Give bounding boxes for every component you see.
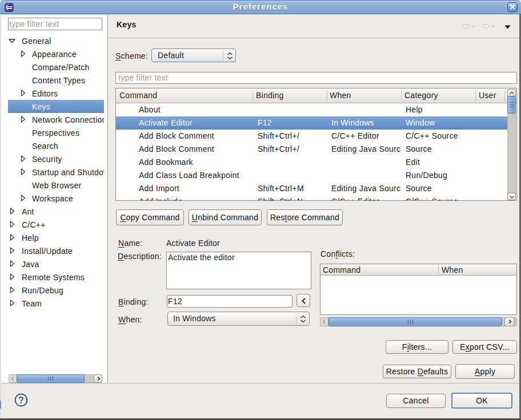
svg-text:?: ? [18,395,24,405]
